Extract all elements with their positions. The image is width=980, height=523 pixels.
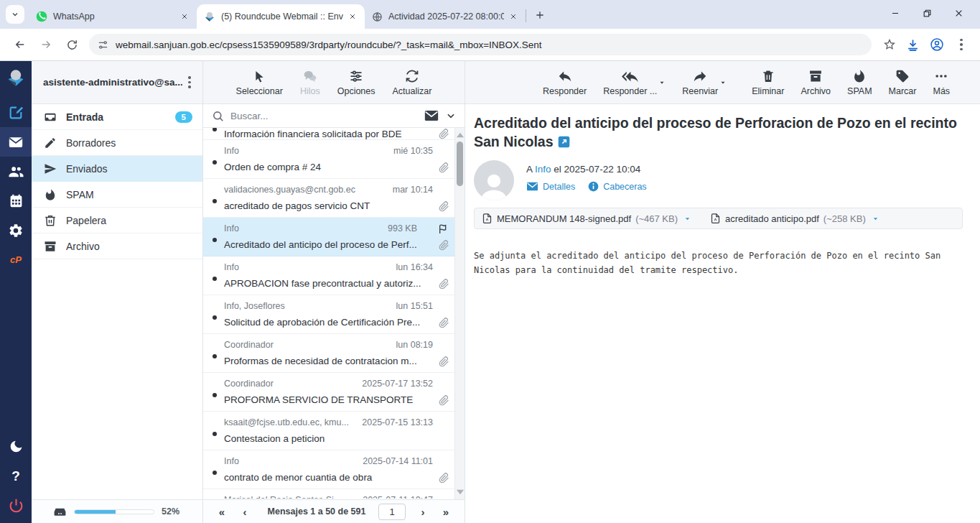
rail-logout-button[interactable] bbox=[0, 491, 32, 520]
message-row[interactable]: Info2025-07-14 11:01 contrato de menor c… bbox=[203, 450, 454, 489]
attachment-menu-caret-icon[interactable] bbox=[683, 215, 691, 223]
address-bar[interactable]: webmail.sanjuan.gob.ec/cpsess1535909589/… bbox=[89, 34, 872, 55]
unread-dot-icon bbox=[213, 128, 217, 131]
roundcube-icon bbox=[204, 11, 215, 22]
reply-all-button[interactable]: Responder ... bbox=[603, 69, 657, 96]
message-row[interactable]: ksaait@fcjse.utb.edu.ec, kmu...2025-07-1… bbox=[203, 412, 454, 450]
quota-indicator: 52% bbox=[32, 499, 202, 523]
rail-cpanel-button[interactable]: cP bbox=[0, 245, 32, 274]
roundcube-logo bbox=[6, 68, 26, 88]
reload-button[interactable] bbox=[60, 33, 83, 56]
tab-search-button[interactable] bbox=[6, 5, 24, 24]
search-options-chevron-icon[interactable] bbox=[446, 111, 456, 121]
forward-button[interactable]: Reenviar bbox=[682, 69, 718, 96]
search-scope-mail-icon[interactable] bbox=[424, 110, 439, 121]
minimize-button[interactable] bbox=[879, 0, 911, 26]
open-in-new-window-icon[interactable] bbox=[558, 136, 570, 148]
profile-icon[interactable] bbox=[930, 37, 944, 52]
tab-close-icon[interactable] bbox=[346, 10, 359, 23]
message-row[interactable]: Infomié 10:35 Orden de compra # 24 bbox=[203, 140, 454, 179]
scroll-up-icon[interactable] bbox=[455, 129, 465, 141]
message-row[interactable]: Coordinador2025-07-17 13:52 PROFORMA SER… bbox=[203, 373, 454, 412]
spam-button[interactable]: SPAM bbox=[847, 69, 872, 96]
folder-inbox[interactable]: Entrada 5 bbox=[32, 104, 202, 130]
rail-mail-button[interactable] bbox=[0, 127, 32, 157]
gear-icon bbox=[8, 223, 24, 239]
rail-help-button[interactable]: ? bbox=[0, 461, 32, 491]
account-menu-icon[interactable] bbox=[182, 76, 197, 88]
reply-all-caret-icon[interactable] bbox=[658, 79, 666, 86]
folder-sent[interactable]: Enviados bbox=[32, 156, 202, 182]
restore-button[interactable] bbox=[911, 0, 943, 26]
tab-whatsapp[interactable]: WhatsApp bbox=[29, 4, 197, 29]
forward-button[interactable] bbox=[34, 33, 57, 56]
message-row-selected[interactable]: Info993 KB Acreditado del anticipo del p… bbox=[203, 218, 454, 256]
message-row[interactable]: validaciones.guayas@cnt.gob.ecmar 10:14 … bbox=[203, 179, 454, 218]
close-window-button[interactable] bbox=[943, 0, 974, 26]
more-button[interactable]: Más bbox=[933, 69, 950, 96]
folder-label: Entrada bbox=[66, 111, 103, 123]
cpanel-icon: cP bbox=[10, 254, 22, 265]
mark-button[interactable]: Marcar bbox=[889, 69, 917, 96]
prev-page-button[interactable]: ‹ bbox=[235, 506, 255, 518]
message-row[interactable]: Marisol del Rocio Santos Si...2025-07-11… bbox=[203, 489, 454, 499]
folder-label: Enviados bbox=[66, 163, 108, 175]
tab-close-icon[interactable] bbox=[178, 10, 191, 23]
back-button[interactable] bbox=[9, 33, 32, 56]
headers-label: Cabeceras bbox=[603, 182, 646, 192]
attachment-item[interactable]: MEMORANDUM 148-signed.pdf (~467 KB) bbox=[482, 213, 691, 224]
message-row[interactable]: Información financiera solicitada por BD… bbox=[203, 128, 454, 140]
new-tab-button[interactable] bbox=[531, 6, 549, 24]
folder-archive[interactable]: Archivo bbox=[32, 233, 202, 259]
scroll-down-icon[interactable] bbox=[455, 486, 465, 498]
pencil-icon bbox=[44, 136, 57, 149]
plus-icon bbox=[535, 10, 545, 20]
options-button[interactable]: Opciones bbox=[337, 69, 375, 96]
rail-settings-button[interactable] bbox=[0, 216, 32, 245]
tab-separator bbox=[526, 9, 526, 22]
next-page-button[interactable]: › bbox=[413, 506, 433, 518]
tab-actividad[interactable]: Actividad 2025-07-22 08:00:00 bbox=[365, 4, 526, 29]
message-sender: Coordinador bbox=[224, 379, 274, 389]
folder-spam[interactable]: SPAM bbox=[32, 182, 202, 208]
message-row[interactable]: Coordinadorlun 08:19 Proformas de necesi… bbox=[203, 334, 454, 373]
tab-roundcube[interactable]: (5) Roundcube Webmail :: Envia bbox=[197, 4, 365, 29]
page-number-input[interactable]: 1 bbox=[378, 504, 406, 520]
browser-menu-icon[interactable] bbox=[954, 39, 969, 51]
recipient-link[interactable]: Info bbox=[535, 164, 551, 175]
browser-toolbar: webmail.sanjuan.gob.ec/cpsess1535909589/… bbox=[0, 29, 980, 61]
threads-button[interactable]: Hilos bbox=[300, 69, 320, 96]
last-page-button[interactable]: » bbox=[436, 506, 456, 518]
refresh-button[interactable]: Actualizar bbox=[393, 69, 432, 96]
details-toggle[interactable]: Detalles bbox=[526, 181, 575, 192]
archive-button[interactable]: Archivo bbox=[801, 69, 831, 96]
message-row[interactable]: Infolun 16:34 APROBACION fase precontrac… bbox=[203, 256, 454, 295]
headers-toggle[interactable]: Cabeceras bbox=[588, 181, 646, 192]
select-button[interactable]: Seleccionar bbox=[236, 69, 283, 96]
attachment-paperclip-icon bbox=[439, 240, 449, 251]
downloads-icon[interactable] bbox=[906, 38, 920, 52]
message-title: Acreditado del anticipo del proceso de P… bbox=[474, 114, 963, 151]
bookmark-star-icon[interactable] bbox=[883, 38, 896, 51]
archive-label: Archivo bbox=[801, 86, 831, 96]
mail-icon bbox=[8, 134, 24, 150]
list-scrollbar[interactable] bbox=[454, 128, 465, 499]
scrollbar-thumb[interactable] bbox=[457, 142, 463, 186]
reply-button[interactable]: Responder bbox=[543, 69, 587, 96]
delete-button[interactable]: Eliminar bbox=[752, 69, 784, 96]
search-input[interactable] bbox=[230, 111, 418, 121]
rail-calendar-button[interactable] bbox=[0, 186, 32, 216]
attachment-menu-caret-icon[interactable] bbox=[872, 215, 879, 223]
rail-contacts-button[interactable] bbox=[0, 157, 32, 186]
tab-close-icon[interactable] bbox=[507, 10, 520, 23]
attachments-bar: MEMORANDUM 148-signed.pdf (~467 KB) acre… bbox=[474, 208, 963, 229]
rail-darkmode-button[interactable] bbox=[0, 432, 32, 461]
forward-caret-icon[interactable] bbox=[719, 79, 727, 86]
attachment-paperclip-icon bbox=[439, 473, 449, 483]
message-row[interactable]: Info, Josefloreslun 15:51 Solicitud de a… bbox=[203, 295, 454, 334]
attachment-item[interactable]: acreditado anticipo.pdf (~258 KB) bbox=[710, 213, 879, 224]
first-page-button[interactable]: « bbox=[212, 506, 232, 518]
folder-trash[interactable]: Papelera bbox=[32, 208, 202, 233]
folder-drafts[interactable]: Borradores bbox=[32, 130, 202, 156]
rail-compose-button[interactable] bbox=[0, 98, 32, 127]
